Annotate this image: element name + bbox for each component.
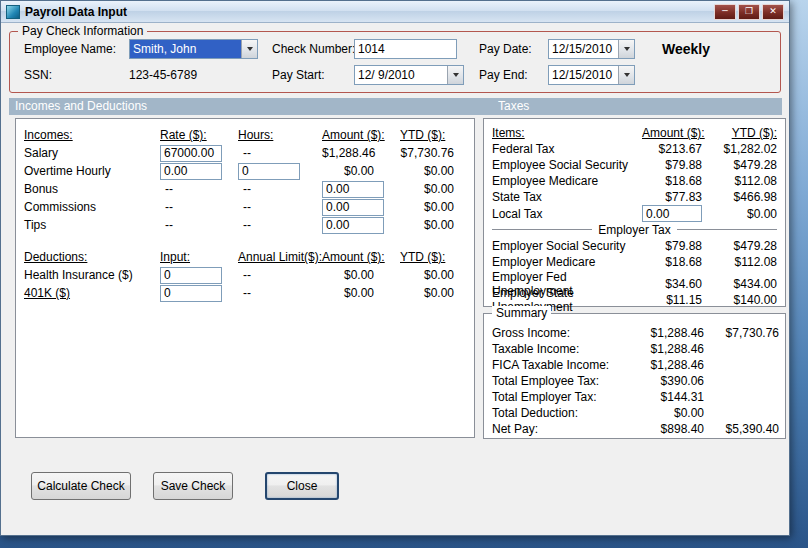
ssn-label: SSN: — [24, 68, 52, 82]
separator-line — [677, 229, 777, 230]
salary-rate-input[interactable] — [160, 145, 222, 162]
ytd-column-header: YTD ($): — [400, 250, 466, 264]
check-number-label: Check Number: — [272, 42, 355, 56]
summary-row-fica-taxable-income: FICA Taxable Income: $1,288.46 — [492, 357, 777, 373]
income-name: Commissions — [24, 200, 160, 214]
deduction-limit: -- — [238, 286, 322, 300]
paycheck-group-label: Pay Check Information — [18, 24, 147, 38]
deduction-name: 401K ($) — [24, 286, 160, 300]
tax-amount: $77.83 — [642, 190, 702, 204]
income-row-bonus: Bonus -- -- $0.00 — [24, 180, 474, 198]
summary-name: Net Pay: — [492, 422, 642, 436]
deduction-amount: $0.00 — [322, 268, 400, 282]
minimize-button[interactable]: ─ — [714, 4, 736, 20]
tax-row-employer-social-security: Employer Social Security $79.88 $479.28 — [492, 238, 777, 254]
title-bar[interactable]: Payroll Data Input ─ ❐ ✕ — [1, 1, 789, 23]
income-row-overtime: Overtime Hourly $0.00 $0.00 — [24, 162, 474, 180]
tax-name: State Tax — [492, 190, 642, 204]
deductions-header-row: Deductions: Input: Annual Limit($): Amou… — [24, 248, 474, 266]
annual-limit-column-header: Annual Limit($): — [238, 250, 322, 264]
health-insurance-input[interactable] — [160, 267, 222, 284]
bonus-amount-input[interactable] — [322, 181, 384, 198]
chevron-down-icon — [624, 73, 630, 77]
employer-tax-separator: Employer Tax — [492, 221, 777, 238]
tax-ytd: $479.28 — [702, 239, 777, 253]
income-hours: -- — [238, 146, 322, 160]
summary-name: Total Deduction: — [492, 406, 642, 420]
summary-amount: $1,288.46 — [642, 326, 704, 340]
check-number-input[interactable] — [354, 39, 457, 59]
income-hours: -- — [238, 218, 322, 232]
deduction-amount: $0.00 — [322, 286, 400, 300]
income-rate: -- — [160, 182, 238, 196]
amount-column-header: Amount ($): — [322, 128, 400, 142]
pay-start-picker[interactable]: 12/ 9/2010 — [354, 65, 464, 85]
save-check-button[interactable]: Save Check — [153, 472, 233, 500]
maximize-button[interactable]: ❐ — [738, 4, 760, 20]
income-rate: -- — [160, 218, 238, 232]
incomes-deductions-panel: Incomes: Rate ($): Hours: Amount ($): YT… — [15, 118, 475, 438]
pay-date-picker[interactable]: 12/15/2010 — [548, 39, 635, 59]
income-ytd: $0.00 — [400, 200, 466, 214]
employee-name-combobox[interactable]: Smith, John — [129, 39, 258, 59]
commissions-amount-input[interactable] — [322, 199, 384, 216]
pay-start-dropdown-button[interactable] — [447, 66, 463, 84]
tax-row-federal: Federal Tax $213.67 $1,282.02 — [492, 141, 777, 157]
summary-amount: $1,288.46 — [642, 342, 704, 356]
tax-amount: $18.68 — [642, 255, 702, 269]
section-header-bar: Incomes and Deductions Taxes — [9, 98, 782, 115]
pay-date-value: 12/15/2010 — [549, 40, 618, 58]
tax-row-employer-fed-unemployment: Employer Fed Unemployment $34.60 $434.00 — [492, 270, 777, 286]
taxes-header-row: Items: Amount ($): YTD ($): — [492, 125, 777, 141]
close-button[interactable]: Close — [265, 472, 339, 500]
pay-end-picker[interactable]: 12/15/2010 — [548, 65, 635, 85]
calculate-check-button[interactable]: Calculate Check — [31, 472, 131, 500]
income-amount: $1,288.46 — [322, 146, 400, 160]
deduction-row-401k: 401K ($) -- $0.00 $0.00 — [24, 284, 474, 302]
ssn-value: 123-45-6789 — [129, 68, 197, 82]
hours-column-header: Hours: — [238, 128, 322, 142]
tax-ytd: $112.08 — [702, 174, 777, 188]
pay-frequency-label: Weekly — [662, 41, 710, 57]
income-rate: -- — [160, 200, 238, 214]
payroll-window: Payroll Data Input ─ ❐ ✕ Pay Check Infor… — [0, 0, 790, 536]
local-tax-input[interactable] — [642, 205, 702, 222]
summary-name: Gross Income: — [492, 326, 642, 340]
income-amount: $0.00 — [322, 164, 400, 178]
tax-name: Employer Social Security — [492, 239, 642, 253]
summary-amount: $144.31 — [642, 390, 704, 404]
pay-date-label: Pay Date: — [479, 42, 532, 56]
tax-row-local: Local Tax $0.00 — [492, 205, 777, 221]
overtime-rate-input[interactable] — [160, 163, 222, 180]
chevron-down-icon — [624, 47, 630, 51]
income-hours: -- — [238, 200, 322, 214]
tax-ytd: $112.08 — [702, 255, 777, 269]
summary-ytd: $7,730.76 — [704, 326, 779, 340]
incomes-column-header: Incomes: — [24, 128, 160, 142]
summary-row-total-employee-tax: Total Employee Tax: $390.06 — [492, 373, 777, 389]
amount-column-header: Amount ($): — [642, 126, 702, 140]
retirement-401k-input[interactable] — [160, 285, 222, 302]
pay-end-dropdown-button[interactable] — [618, 66, 634, 84]
tax-row-employee-social-security: Employee Social Security $79.88 $479.28 — [492, 157, 777, 173]
income-ytd: $0.00 — [400, 164, 466, 178]
overtime-hours-input[interactable] — [238, 163, 300, 180]
window-title: Payroll Data Input — [25, 5, 127, 19]
income-ytd: $0.00 — [400, 182, 466, 196]
tips-amount-input[interactable] — [322, 217, 384, 234]
deductions-column-header: Deductions: — [24, 250, 160, 264]
pay-start-value: 12/ 9/2010 — [355, 66, 447, 84]
tax-amount: $11.15 — [642, 293, 702, 307]
pay-date-dropdown-button[interactable] — [618, 40, 634, 58]
tax-amount: $79.88 — [642, 239, 702, 253]
close-window-button[interactable]: ✕ — [762, 4, 784, 20]
tax-name: Federal Tax — [492, 142, 642, 156]
taxes-section-title: Taxes — [498, 99, 529, 113]
income-name: Overtime Hourly — [24, 164, 160, 178]
employee-name-dropdown-button[interactable] — [241, 40, 257, 58]
ytd-column-header: YTD ($): — [400, 128, 466, 142]
summary-group: Summary Gross Income: $1,288.46 $7,730.7… — [483, 313, 786, 439]
incomes-deductions-section-title: Incomes and Deductions — [15, 99, 147, 113]
incomes-header-row: Incomes: Rate ($): Hours: Amount ($): YT… — [24, 126, 474, 144]
pay-end-label: Pay End: — [479, 68, 528, 82]
